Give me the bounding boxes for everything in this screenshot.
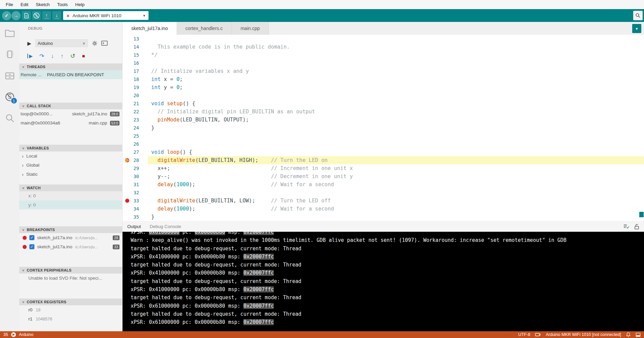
unlock-icon[interactable] bbox=[634, 224, 639, 229]
callstack-header[interactable]: ∨ CALL STACK bbox=[19, 103, 122, 109]
code-line[interactable]: 35} bbox=[123, 213, 644, 221]
gutter-glyph-margin[interactable] bbox=[123, 83, 132, 91]
cortex-registers-header[interactable]: ∨ CORTEX REGISTERS bbox=[19, 299, 122, 305]
gutter-glyph-margin[interactable] bbox=[123, 108, 132, 116]
callstack-row[interactable]: main@0x000034a6main.cpp53:0 bbox=[19, 118, 122, 128]
code-line[interactable]: 21void setup() { bbox=[123, 100, 644, 108]
step-out-button[interactable]: ↑ bbox=[61, 53, 64, 59]
board-selector[interactable]: × Arduino MKR WiFi 1010 ▾ bbox=[63, 11, 149, 20]
gutter-glyph-margin[interactable] bbox=[123, 148, 132, 156]
watch-header[interactable]: ∨ WATCH bbox=[19, 185, 122, 191]
debug-config-select[interactable]: Arduino ∨ bbox=[35, 39, 88, 47]
code-line[interactable]: 33 digitalWrite(LED_BUILTIN, LOW); // Tu… bbox=[123, 197, 644, 205]
bell-icon[interactable] bbox=[626, 332, 631, 337]
gutter-glyph-margin[interactable] bbox=[123, 91, 132, 100]
stop-button[interactable]: ■ bbox=[82, 54, 85, 58]
tab-cortex_handlers.c[interactable]: cortex_handlers.c bbox=[177, 22, 232, 35]
sidebar-item-search[interactable] bbox=[5, 113, 15, 123]
toggle-panel-icon[interactable] bbox=[636, 332, 641, 337]
gear-icon[interactable] bbox=[92, 40, 98, 46]
output-terminal[interactable]: xPSR: 0x61000000 pc: 0x00000b80 msp: 0x2… bbox=[123, 232, 644, 331]
code-line[interactable]: 17// Initialize variables x and y bbox=[123, 67, 644, 75]
gutter-glyph-margin[interactable] bbox=[123, 189, 132, 197]
menu-item-sketch[interactable]: Sketch bbox=[32, 2, 53, 7]
breakpoint-checkbox[interactable]: ✓ bbox=[29, 235, 34, 240]
watch-row[interactable]: y: 0 bbox=[19, 200, 122, 209]
code-line[interactable]: 25 bbox=[123, 132, 644, 140]
register-row[interactable]: r11048576 bbox=[19, 314, 122, 323]
gutter-glyph-margin[interactable] bbox=[123, 59, 132, 67]
code-line[interactable]: 19int y = 0; bbox=[123, 83, 644, 91]
breakpoint-row[interactable]: ✓sketch_jul17a.ino/c:/Users/jo...28 bbox=[19, 233, 122, 242]
breakpoint-checkbox[interactable]: ✓ bbox=[29, 244, 34, 249]
code-line[interactable]: 32 bbox=[123, 189, 644, 197]
editor-menu-button[interactable]: ▾ bbox=[632, 24, 641, 33]
export-binary-button[interactable]: ↑ bbox=[42, 11, 51, 20]
gutter-glyph-margin[interactable] bbox=[123, 43, 132, 51]
menu-item-edit[interactable]: Edit bbox=[17, 2, 32, 7]
menu-item-file[interactable]: File bbox=[2, 2, 17, 7]
tab-output[interactable]: Output bbox=[127, 224, 141, 229]
variable-row[interactable]: ›Local bbox=[19, 151, 122, 161]
gutter-glyph-margin[interactable] bbox=[123, 75, 132, 83]
step-over-button[interactable]: ↷ bbox=[39, 53, 44, 59]
variables-header[interactable]: ∨ VARIABLES bbox=[19, 145, 122, 151]
code-line[interactable]: 20 bbox=[123, 91, 644, 100]
gutter-glyph-margin[interactable] bbox=[123, 180, 132, 189]
tab-sketch_jul17a.ino[interactable]: sketch_jul17a.ino bbox=[123, 22, 177, 35]
gutter-glyph-margin[interactable] bbox=[123, 197, 132, 205]
menu-item-help[interactable]: Help bbox=[72, 2, 88, 7]
sidebar-item-debug[interactable]: 1 bbox=[5, 92, 15, 102]
code-line[interactable]: 22 // Initialize digital pin LED_BUILTIN… bbox=[123, 108, 644, 116]
start-debug-icon[interactable]: ▶ bbox=[27, 41, 31, 46]
thread-row[interactable]: Remote ... PAUSED ON BREAKPOINT bbox=[19, 70, 122, 79]
code-line[interactable]: 29 x++; // Increment in one unit x bbox=[123, 164, 644, 172]
upload-button[interactable]: → bbox=[11, 11, 21, 20]
tab-debug-console[interactable]: Debug Console bbox=[150, 224, 181, 229]
gutter-glyph-margin[interactable] bbox=[123, 35, 132, 43]
debug-button[interactable] bbox=[32, 11, 41, 20]
register-row[interactable]: r018 bbox=[19, 305, 122, 314]
autoscroll-icon[interactable] bbox=[623, 224, 629, 229]
code-line[interactable]: 34 delay(1000); // Wait for a second bbox=[123, 205, 644, 213]
gutter-glyph-margin[interactable] bbox=[123, 132, 132, 140]
status-board-label[interactable]: Arduino MKR WiFi 1010 [not connected] bbox=[546, 332, 621, 337]
continue-button[interactable]: ▶ bbox=[27, 54, 33, 58]
sidebar-item-library-manager[interactable] bbox=[5, 71, 15, 81]
import-binary-button[interactable]: ↓ bbox=[52, 11, 61, 20]
variable-row[interactable]: ›Static bbox=[19, 170, 122, 179]
code-line[interactable]: 14 This example code is in the public do… bbox=[123, 43, 644, 51]
cortex-peripherals-header[interactable]: ∨ CORTEX PERIPHERALS bbox=[19, 267, 122, 274]
gutter-glyph-margin[interactable] bbox=[123, 100, 132, 108]
variable-row[interactable]: ›Global bbox=[19, 161, 122, 170]
code-line[interactable]: 24} bbox=[123, 124, 644, 132]
callstack-row[interactable]: loop@0x0000...sketch_jul17a.ino28:0 bbox=[19, 109, 122, 118]
debug-console-icon[interactable] bbox=[101, 40, 108, 46]
tab-main.cpp[interactable]: main.cpp bbox=[232, 22, 269, 35]
gutter-glyph-margin[interactable] bbox=[123, 51, 132, 59]
code-line[interactable]: 23 pinMode(LED_BUILTIN, OUTPUT); bbox=[123, 116, 644, 124]
code-line[interactable]: 27void loop() { bbox=[123, 148, 644, 156]
sketch-button[interactable] bbox=[22, 11, 31, 20]
serial-monitor-button[interactable] bbox=[633, 11, 643, 20]
breakpoint-row[interactable]: ✓sketch_jul17a.ino/c:/Users/jo...33 bbox=[19, 242, 122, 251]
scrollbar-decoration[interactable] bbox=[639, 212, 644, 217]
gutter-glyph-margin[interactable] bbox=[123, 164, 132, 172]
gutter-glyph-margin[interactable] bbox=[123, 140, 132, 148]
status-encoding[interactable]: UTF-8 bbox=[518, 332, 530, 337]
code-line[interactable]: 18int x = 0; bbox=[123, 75, 644, 83]
breakpoints-header[interactable]: ∨ BREAKPOINTS bbox=[19, 226, 122, 233]
threads-header[interactable]: ∨ THREADS bbox=[19, 63, 122, 70]
sidebar-item-boards-manager[interactable] bbox=[5, 49, 15, 59]
gutter-glyph-margin[interactable] bbox=[123, 172, 132, 180]
gutter-glyph-margin[interactable] bbox=[123, 156, 132, 164]
sidebar-item-sketchbook[interactable] bbox=[5, 28, 15, 38]
restart-button[interactable]: ↺ bbox=[70, 53, 75, 59]
gutter-glyph-margin[interactable] bbox=[123, 67, 132, 75]
code-line[interactable]: 16 bbox=[123, 59, 644, 67]
step-into-button[interactable]: ↓ bbox=[51, 53, 54, 59]
code-line[interactable]: 31 delay(1000); // Wait for a second bbox=[123, 180, 644, 189]
code-line[interactable]: 26 bbox=[123, 140, 644, 148]
gutter-glyph-margin[interactable] bbox=[123, 124, 132, 132]
code-line[interactable]: 28 digitalWrite(LED_BUILTIN, HIGH); // T… bbox=[123, 156, 644, 164]
